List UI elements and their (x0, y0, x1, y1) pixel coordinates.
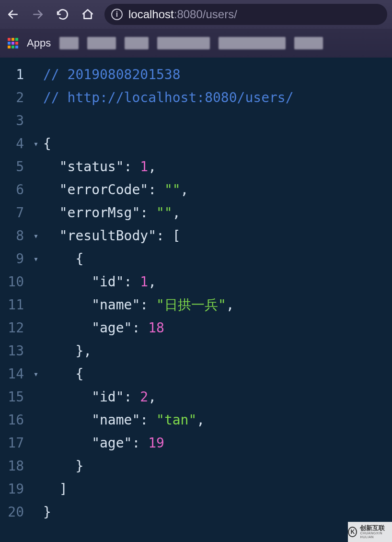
code-line: "id": 1, (43, 271, 392, 294)
fold-toggle (29, 271, 43, 294)
code-line (43, 109, 392, 132)
bookmark-item[interactable] (157, 37, 210, 49)
address-bar[interactable]: i localhost:8080/users/ (104, 4, 387, 25)
line-number: 16 (0, 409, 29, 432)
apps-label[interactable]: Apps (27, 37, 51, 49)
bookmark-item[interactable] (59, 37, 79, 49)
line-number: 8 (0, 224, 29, 247)
line-number: 6 (0, 178, 29, 201)
fold-toggle (29, 501, 43, 524)
line-number: 5 (0, 155, 29, 178)
code-line: "name": "日拱一兵", (43, 294, 392, 317)
line-number: 4 (0, 132, 29, 155)
line-number: 15 (0, 386, 29, 409)
fold-toggle[interactable]: ▾ (29, 224, 43, 247)
fold-toggle (29, 409, 43, 432)
bookmark-item[interactable] (219, 37, 286, 49)
code-line: // http://localhost:8080/users/ (43, 86, 392, 109)
line-number: 14 (0, 363, 29, 386)
forward-button[interactable] (30, 6, 46, 23)
code-line: } (43, 501, 392, 524)
watermark-logo-icon: K (348, 527, 357, 537)
code-line: "age": 18 (43, 317, 392, 340)
line-number: 7 (0, 201, 29, 224)
fold-toggle (29, 386, 43, 409)
json-viewer: 1234567891011121314151617181920 ▾▾▾▾ // … (0, 58, 392, 524)
site-info-icon[interactable]: i (111, 9, 123, 20)
fold-toggle (29, 201, 43, 224)
code-line: "age": 19 (43, 432, 392, 455)
code-line: { (43, 132, 392, 155)
url-path: :8080/users/ (174, 8, 237, 21)
fold-toggle[interactable]: ▾ (29, 363, 43, 386)
fold-toggle (29, 294, 43, 317)
line-number: 10 (0, 271, 29, 294)
watermark-text-cn: 创新互联 (360, 525, 392, 531)
code-line: { (43, 363, 392, 386)
line-number: 1 (0, 63, 29, 86)
fold-toggle (29, 63, 43, 86)
bookmark-item[interactable] (87, 37, 116, 49)
apps-icon[interactable] (8, 38, 18, 48)
fold-toggle (29, 432, 43, 455)
fold-toggle (29, 109, 43, 132)
url-text: localhost:8080/users/ (128, 8, 237, 21)
line-number: 3 (0, 109, 29, 132)
code-line: ] (43, 478, 392, 501)
url-host: localhost (128, 8, 174, 21)
code-line: } (43, 455, 392, 478)
code-line: "status": 1, (43, 155, 392, 178)
code-line: "resultBody": [ (43, 224, 392, 247)
back-button[interactable] (5, 6, 21, 23)
bookmarks-bar: Apps (0, 29, 392, 58)
line-number: 17 (0, 432, 29, 455)
fold-toggle (29, 86, 43, 109)
code-line: }, (43, 340, 392, 363)
fold-toggle[interactable]: ▾ (29, 132, 43, 155)
line-number: 20 (0, 501, 29, 524)
reload-button[interactable] (55, 6, 71, 23)
fold-toggle[interactable]: ▾ (29, 247, 43, 271)
home-button[interactable] (80, 6, 96, 23)
line-number: 19 (0, 478, 29, 501)
code-line: // 20190808201538 (43, 63, 392, 86)
line-number: 9 (0, 247, 29, 271)
line-number: 18 (0, 455, 29, 478)
fold-toggle (29, 340, 43, 363)
code-line: "errorMsg": "", (43, 201, 392, 224)
code-content[interactable]: // 20190808201538// http://localhost:808… (43, 58, 392, 524)
code-line: "errorCode": "", (43, 178, 392, 201)
bookmark-item[interactable] (294, 37, 323, 49)
fold-toggle (29, 455, 43, 478)
browser-toolbar: i localhost:8080/users/ (0, 0, 392, 29)
fold-toggle (29, 317, 43, 340)
watermark: K 创新互联 CHUANGXIN HULIAN (348, 522, 392, 542)
bookmark-item[interactable] (125, 37, 149, 49)
line-number: 13 (0, 340, 29, 363)
code-line: { (43, 247, 392, 271)
fold-toggle (29, 178, 43, 201)
code-line: "id": 2, (43, 386, 392, 409)
line-number: 11 (0, 294, 29, 317)
fold-toggle (29, 478, 43, 501)
line-number: 12 (0, 317, 29, 340)
fold-toggle (29, 155, 43, 178)
line-number: 2 (0, 86, 29, 109)
line-number-gutter: 1234567891011121314151617181920 (0, 58, 29, 524)
fold-gutter: ▾▾▾▾ (29, 58, 43, 524)
code-line: "name": "tan", (43, 409, 392, 432)
watermark-text-en: CHUANGXIN HULIAN (360, 531, 392, 539)
